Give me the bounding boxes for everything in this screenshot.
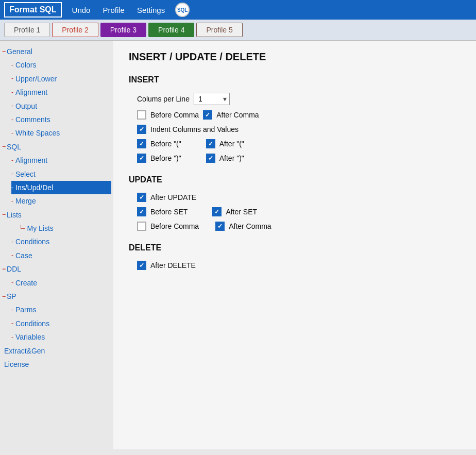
sidebar-item-select[interactable]: -Select — [11, 167, 111, 181]
sidebar-item-ddl[interactable]: − DDL — [2, 262, 111, 276]
toggle-ddl: − — [2, 264, 6, 274]
insert-before-comma-label: Before Comma — [150, 111, 199, 119]
insert-section: INSERT Colums per Line 1 2 3 Before Comm… — [129, 75, 461, 163]
sidebar-item-output[interactable]: -Output — [11, 99, 111, 113]
insert-after-paren-open-label: After "(" — [219, 140, 244, 148]
tab-profile-4[interactable]: Profile 4 — [148, 23, 194, 37]
update-before-comma-label: Before Comma — [150, 222, 199, 230]
menu-profile[interactable]: Profile — [100, 5, 127, 15]
tab-profile-2[interactable]: Profile 2 — [52, 23, 98, 37]
columns-per-line-row: Colums per Line 1 2 3 — [129, 93, 461, 105]
sidebar-item-license[interactable]: License — [2, 358, 111, 371]
sidebar-item-ins-upd-del[interactable]: -Ins/Upd/Del — [11, 181, 111, 194]
insert-comma-row: Before Comma After Comma — [129, 110, 461, 120]
before-set-checkbox[interactable] — [137, 207, 146, 216]
toggle-lists: − — [2, 210, 6, 220]
delete-title: DELETE — [129, 243, 461, 252]
insert-before-paren-close-label: Before ")" — [150, 154, 181, 162]
sidebar: − General -Colors -Upper/Lower -Alignmen… — [0, 41, 113, 449]
insert-after-paren-close-checkbox[interactable] — [206, 154, 215, 163]
insert-before-paren-open-checkbox[interactable] — [137, 139, 146, 148]
sidebar-item-variables[interactable]: -Variables — [11, 330, 111, 344]
toggle-sp: − — [2, 292, 6, 301]
sidebar-item-conditions[interactable]: -Conditions — [11, 235, 111, 248]
columns-per-line-label: Colums per Line — [137, 95, 190, 103]
sidebar-item-parms[interactable]: -Parms — [11, 303, 111, 316]
sidebar-item-merge[interactable]: -Merge — [11, 194, 111, 208]
sidebar-item-case[interactable]: -Case — [11, 249, 111, 262]
after-delete-label: After DELETE — [150, 261, 196, 269]
after-update-label: After UPDATE — [150, 193, 196, 201]
insert-after-comma-label: After Comma — [216, 111, 259, 119]
tab-profile-1[interactable]: Profile 1 — [4, 23, 50, 37]
menu-undo[interactable]: Undo — [70, 5, 93, 15]
sidebar-item-extractgen[interactable]: Extract&Gen — [2, 344, 111, 358]
sidebar-item-upperlower[interactable]: -Upper/Lower — [11, 72, 111, 86]
update-before-comma-checkbox[interactable] — [137, 222, 146, 231]
insert-before-paren-open-label: Before "(" — [150, 140, 181, 148]
insert-paren-open-row: Before "(" After "(" — [129, 139, 461, 148]
sql-icon[interactable]: SQL — [175, 3, 190, 17]
tab-profile-5[interactable]: Profile 5 — [196, 23, 242, 37]
before-set-label: Before SET — [150, 208, 188, 216]
after-delete-row: After DELETE — [129, 261, 461, 270]
insert-after-paren-close-label: After ")" — [219, 154, 244, 162]
insert-before-comma-checkbox[interactable] — [137, 110, 146, 120]
toggle-sql: − — [2, 142, 6, 151]
after-set-checkbox[interactable] — [212, 207, 222, 216]
insert-after-paren-open-checkbox[interactable] — [206, 139, 215, 148]
update-after-comma-checkbox[interactable] — [215, 222, 225, 231]
after-set-label: After SET — [226, 208, 257, 216]
sidebar-item-colors[interactable]: -Colors — [11, 58, 111, 72]
indent-columns-row: Indent Columns and Values — [129, 125, 461, 134]
insert-paren-close-row: Before ")" After ")" — [129, 154, 461, 163]
sidebar-item-alignment-general[interactable]: -Alignment — [11, 86, 111, 99]
menu-bar: Format SQL Undo Profile Settings SQL — [0, 0, 476, 20]
app-title: Format SQL — [4, 2, 62, 18]
main-layout: − General -Colors -Upper/Lower -Alignmen… — [0, 41, 476, 449]
delete-section: DELETE After DELETE — [129, 243, 461, 270]
sidebar-item-general[interactable]: − General — [2, 45, 111, 58]
columns-per-line-select-wrapper: 1 2 3 — [194, 93, 230, 105]
after-update-checkbox[interactable] — [137, 193, 146, 202]
sidebar-item-my-lists[interactable]: └-My Lists — [19, 222, 111, 235]
sidebar-item-comments[interactable]: -Comments — [11, 113, 111, 126]
update-section: UPDATE After UPDATE Before SET After SET… — [129, 175, 461, 231]
insert-title: INSERT — [129, 75, 461, 85]
insert-before-paren-close-checkbox[interactable] — [137, 154, 146, 163]
update-comma-row: Before Comma After Comma — [129, 222, 461, 231]
sidebar-item-lists[interactable]: − Lists — [2, 208, 111, 222]
update-after-comma-label: After Comma — [229, 222, 271, 230]
insert-after-comma-checkbox[interactable] — [203, 110, 212, 120]
after-delete-checkbox[interactable] — [137, 261, 146, 270]
sidebar-item-alignment-sql[interactable]: -Alignment — [11, 154, 111, 167]
menu-settings[interactable]: Settings — [135, 5, 167, 15]
sidebar-item-create[interactable]: -Create — [11, 276, 111, 290]
toggle-general: − — [2, 47, 6, 57]
columns-per-line-select[interactable]: 1 2 3 — [194, 93, 230, 105]
main-section-title: INSERT / UPDATE / DELETE — [129, 51, 461, 63]
tab-profile-3[interactable]: Profile 3 — [100, 23, 146, 37]
sidebar-item-whitespaces[interactable]: -White Spaces — [11, 126, 111, 140]
indent-columns-checkbox[interactable] — [137, 125, 146, 134]
sidebar-item-conditions-sp[interactable]: -Conditions — [11, 317, 111, 330]
indent-columns-label: Indent Columns and Values — [150, 125, 239, 133]
after-update-row: After UPDATE — [129, 193, 461, 202]
set-row: Before SET After SET — [129, 207, 461, 216]
sidebar-item-sp[interactable]: − SP — [2, 290, 111, 303]
tabs-bar: Profile 1 Profile 2 Profile 3 Profile 4 … — [0, 20, 476, 41]
content-area: INSERT / UPDATE / DELETE INSERT Colums p… — [113, 41, 476, 449]
sidebar-item-sql[interactable]: − SQL — [2, 140, 111, 154]
update-title: UPDATE — [129, 175, 461, 184]
